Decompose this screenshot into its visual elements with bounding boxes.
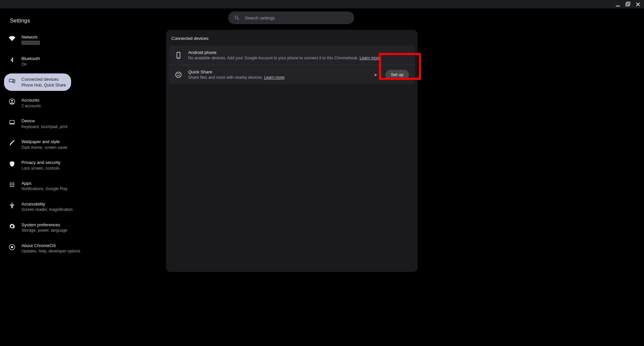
maximize-icon[interactable] [625,2,631,7]
svg-rect-5 [9,79,13,82]
sidebar-item-connected-devices[interactable]: Connected devices Phone Hub, Quick Share [4,73,71,91]
sidebar-item-label: System preferences [21,222,65,228]
chevron-right-icon: ▶ [375,73,377,76]
sidebar-item-bluetooth[interactable]: Bluetooth On [4,53,71,70]
svg-point-12 [11,182,12,183]
svg-point-8 [11,100,13,102]
row-description: No available devices. Add your Google Ac… [188,56,409,60]
sidebar-item-apps[interactable]: Apps Notifications, Google Play [4,177,71,195]
connected-devices-card: Android phone No available devices. Add … [169,46,415,84]
close-icon[interactable] [635,2,641,7]
svg-rect-1 [626,3,629,6]
sidebar-item-network[interactable]: Network [4,31,71,49]
row-title: Quick Share [188,69,369,74]
set-up-button[interactable]: Set up [385,70,409,79]
svg-point-20 [11,203,12,204]
sidebar-item-label: Accounts [21,98,41,103]
row-quick-share[interactable]: Quick Share Share files and more with ne… [169,65,415,84]
svg-point-19 [13,186,14,187]
minimize-icon[interactable] [615,2,621,7]
svg-point-27 [176,72,181,77]
phone-icon [175,52,182,59]
app-title: Settings [0,13,166,31]
sidebar-item-sub: Storage, power, language [21,228,65,233]
gear-icon [9,223,15,230]
sidebar-item-label: Bluetooth [21,56,40,61]
svg-point-13 [13,182,14,183]
svg-rect-6 [13,80,15,83]
sidebar-item-wallpaper[interactable]: Wallpaper and style Dark theme, screen s… [4,136,71,153]
sidebar-item-label: Accessibility [21,201,65,207]
svg-point-23 [235,16,238,19]
sidebar-item-label: About ChromeOS [21,243,65,248]
bluetooth-icon [9,57,15,63]
sidebar-item-device[interactable]: Device Keyboard, touchpad, print [4,115,71,132]
account-icon [9,98,15,105]
svg-point-26 [178,57,179,58]
sidebar-item-sub: On [21,62,40,67]
sidebar-item-sub: Screen reader, magnification [21,207,65,212]
sidebar-item-sub: Updates, help, developer options [21,249,65,253]
sidebar-item-sub: Phone Hub, Quick Share [21,83,65,88]
quick-share-icon [175,71,182,78]
sidebar-item-sub: 2 accounts [21,104,41,108]
chrome-icon [9,244,15,250]
sidebar-item-about[interactable]: About ChromeOS Updates, help, developer … [4,240,71,257]
row-description: Share files and more with nearby devices… [188,75,369,80]
search-icon [234,15,239,20]
svg-rect-10 [9,124,15,124]
sidebar-item-accounts[interactable]: Accounts 2 accounts [4,94,71,112]
window-titlebar [0,0,644,8]
learn-more-link[interactable]: Learn more [360,56,380,60]
sidebar-item-privacy[interactable]: Privacy and security Lock screen, contro… [4,157,71,174]
svg-point-14 [10,184,11,185]
learn-more-link[interactable]: Learn more [264,75,284,80]
search-input[interactable] [245,15,348,20]
sidebar-item-label: Wallpaper and style [21,139,65,145]
sidebar-item-label: Connected devices [21,77,65,82]
shield-icon [9,161,15,167]
sidebar-item-label: Device [21,118,65,124]
row-title: Android phone [188,50,409,55]
svg-point-16 [13,184,14,185]
svg-point-18 [11,186,12,187]
svg-point-15 [11,184,12,185]
svg-rect-9 [10,120,14,123]
svg-rect-0 [616,6,620,6]
sidebar-item-sub: Lock screen, controls [21,166,60,171]
sidebar-item-sub: Dark theme, screen saver [21,145,65,150]
search-bar[interactable] [228,11,354,24]
row-android-phone[interactable]: Android phone No available devices. Add … [169,46,415,65]
sidebar-item-label: Privacy and security [21,160,60,165]
sidebar: Settings Network Bluetooth On [0,8,166,346]
sidebar-item-label: Apps [21,181,65,186]
brush-icon [9,140,15,147]
svg-point-17 [10,186,11,187]
section-title: Connected devices [166,36,418,46]
apps-grid-icon [9,181,15,188]
accessibility-icon [9,202,15,209]
sidebar-item-sub: Keyboard, touchpad, print [21,124,65,129]
svg-point-11 [10,182,11,183]
sidebar-item-sub [21,41,40,46]
sidebar-item-label: Network [21,35,40,40]
devices-icon [9,77,15,84]
wifi-icon [9,35,15,42]
svg-point-22 [11,246,13,248]
svg-rect-2 [627,2,630,5]
laptop-icon [9,119,15,126]
main-panel: Connected devices Android phone No avail… [166,30,418,272]
svg-line-24 [237,18,239,20]
sidebar-item-system[interactable]: System preferences Storage, power, langu… [4,219,71,236]
sidebar-item-accessibility[interactable]: Accessibility Screen reader, magnificati… [4,198,71,216]
sidebar-item-sub: Notifications, Google Play [21,186,65,191]
